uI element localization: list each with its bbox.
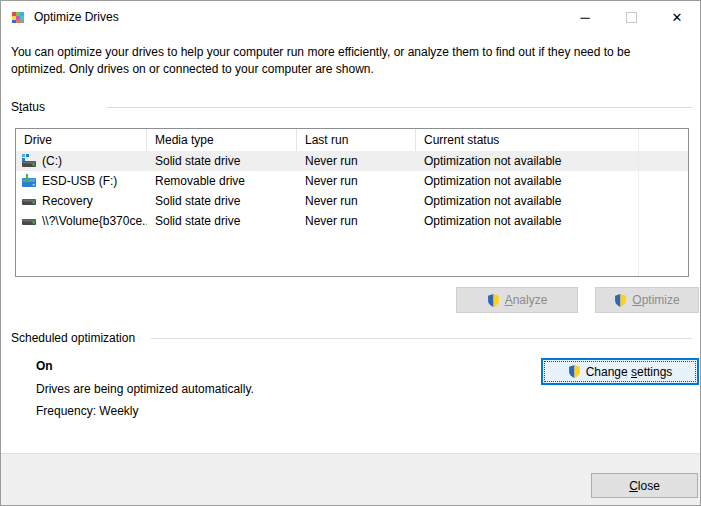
column-header-current-status[interactable]: Current status: [416, 129, 639, 151]
column-header-drive[interactable]: Drive: [16, 129, 147, 151]
scheduled-group-line: [151, 338, 692, 339]
current-status: Optimization not available: [416, 171, 639, 191]
current-status: Optimization not available: [416, 211, 639, 231]
maximize-icon: [626, 12, 637, 23]
change-settings-button[interactable]: Change settings: [541, 358, 699, 385]
status-group-label: Status: [11, 100, 45, 114]
optimize-drives-dialog: Optimize Drives ─ ✕ You can optimize you…: [0, 0, 701, 506]
c-drive-icon: [21, 153, 37, 169]
uac-shield-icon: [568, 365, 581, 378]
hard-drive-icon: [21, 213, 37, 229]
minimize-icon: ─: [580, 10, 589, 25]
schedule-state: On: [36, 359, 53, 373]
close-button[interactable]: Close: [591, 473, 698, 498]
schedule-description: Drives are being optimized automatically…: [36, 382, 254, 396]
drive-name: ESD-USB (F:): [42, 171, 117, 191]
drive-name: \\?\Volume{b370ce...: [42, 211, 147, 231]
drive-name: Recovery: [42, 191, 93, 211]
close-window-button[interactable]: ✕: [654, 1, 700, 33]
uac-shield-icon: [614, 294, 627, 307]
last-run: Never run: [297, 171, 416, 191]
close-label: Close: [629, 479, 660, 493]
optimize-label: Optimize: [632, 293, 679, 307]
last-run: Never run: [297, 211, 416, 231]
hard-drive-icon: [21, 193, 37, 209]
usb-drive-icon: [21, 173, 37, 189]
table-row-volume[interactable]: \\?\Volume{b370ce... Solid state drive N…: [16, 211, 688, 231]
change-settings-label: Change settings: [586, 365, 673, 379]
media-type: Solid state drive: [147, 151, 297, 171]
column-header-media-type[interactable]: Media type: [147, 129, 297, 151]
title-bar: Optimize Drives ─ ✕: [1, 1, 700, 33]
media-type: Removable drive: [147, 171, 297, 191]
close-icon: ✕: [672, 10, 683, 25]
intro-text: You can optimize your drives to help you…: [11, 44, 666, 78]
minimize-button[interactable]: ─: [562, 1, 608, 33]
window-title: Optimize Drives: [34, 1, 119, 33]
media-type: Solid state drive: [147, 211, 297, 231]
analyze-label: Analyze: [505, 293, 548, 307]
optimize-drives-icon: [10, 9, 26, 25]
media-type: Solid state drive: [147, 191, 297, 211]
optimize-button: Optimize: [595, 287, 699, 313]
analyze-button: Analyze: [456, 287, 578, 313]
uac-shield-icon: [487, 294, 500, 307]
scheduled-group-label: Scheduled optimization: [11, 331, 135, 345]
status-group-line: [107, 107, 692, 108]
column-header-last-run[interactable]: Last run: [297, 129, 416, 151]
table-row-c-drive[interactable]: (C:) Solid state drive Never run Optimiz…: [16, 151, 688, 171]
maximize-button: [608, 1, 654, 33]
last-run: Never run: [297, 151, 416, 171]
table-row-esd-usb[interactable]: ESD-USB (F:) Removable drive Never run O…: [16, 171, 688, 191]
column-header-filler: [639, 129, 688, 151]
column-separator: [638, 129, 639, 276]
drives-list: Drive Media type Last run Current status…: [15, 128, 689, 277]
current-status: Optimization not available: [416, 191, 639, 211]
last-run: Never run: [297, 191, 416, 211]
schedule-frequency: Frequency: Weekly: [36, 404, 139, 418]
current-status: Optimization not available: [416, 151, 639, 171]
table-row-recovery[interactable]: Recovery Solid state drive Never run Opt…: [16, 191, 688, 211]
list-header-row: Drive Media type Last run Current status: [16, 129, 688, 151]
drive-name: (C:): [42, 151, 62, 171]
